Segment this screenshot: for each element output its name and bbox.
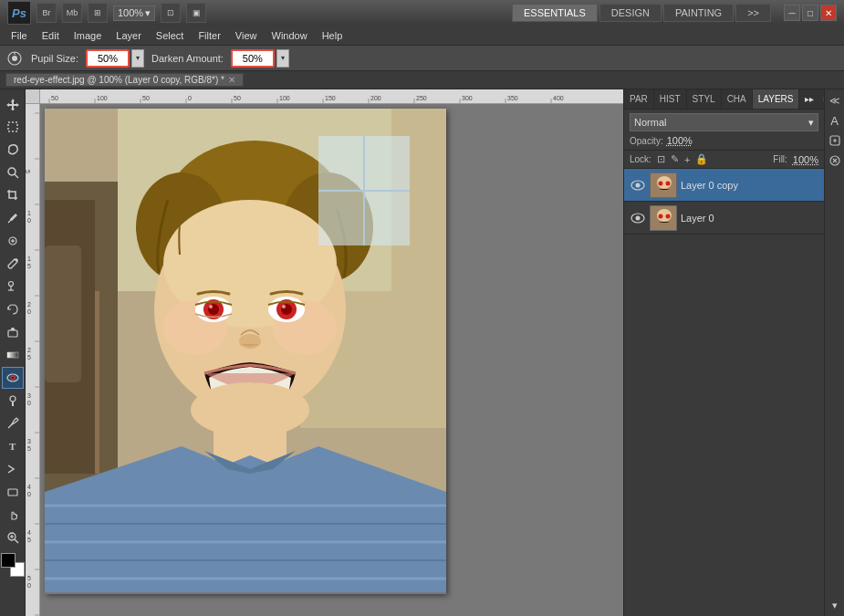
color-swatches[interactable]	[1, 553, 25, 577]
dodge-tool[interactable]	[2, 390, 24, 412]
layer-1-name: Layer 0	[681, 213, 818, 224]
eyedropper-tool[interactable]	[2, 207, 24, 229]
lock-all-icon[interactable]: 🔒	[695, 153, 708, 165]
screen-icon[interactable]: ▣	[186, 3, 206, 23]
fill-label: Fill:	[773, 154, 787, 164]
red-eye-tool-icon	[5, 49, 24, 68]
arrange-icon[interactable]: ⊞	[88, 3, 108, 23]
menu-window[interactable]: Window	[265, 28, 315, 43]
svg-text:1: 1	[27, 210, 31, 216]
view-icon[interactable]: ⊡	[161, 3, 181, 23]
bridge-icon[interactable]: Br	[36, 3, 57, 23]
tab-design[interactable]: DESIGN	[599, 4, 662, 22]
canvas-content	[40, 104, 623, 616]
marquee-tool[interactable]	[2, 116, 24, 138]
panel-icon-3[interactable]	[826, 151, 844, 170]
path-select-tool[interactable]	[2, 458, 24, 480]
svg-text:2: 2	[27, 347, 31, 353]
zoom-selector[interactable]: 100% ▾	[113, 5, 155, 21]
svg-text:250: 250	[416, 95, 427, 101]
tab-more[interactable]: >>	[735, 4, 771, 22]
svg-text:50: 50	[142, 95, 150, 101]
titlebar: Ps Br Mb ⊞ 100% ▾ ⊡ ▣ ESSENTIALS DESIGN …	[0, 0, 844, 26]
blend-mode-select[interactable]: Normal ▾	[630, 113, 818, 131]
svg-text:0: 0	[27, 217, 31, 224]
zoom-tool[interactable]	[2, 527, 24, 548]
menu-layer[interactable]: Layer	[109, 28, 149, 43]
close-button[interactable]: ✕	[820, 5, 837, 21]
menu-help[interactable]: Help	[315, 28, 350, 43]
menu-file[interactable]: File	[4, 28, 35, 43]
hand-tool[interactable]	[2, 504, 24, 526]
brush-tool[interactable]	[2, 253, 24, 275]
quick-select-tool[interactable]	[2, 162, 24, 183]
svg-rect-11	[8, 330, 17, 337]
layer-0-thumbnail	[650, 172, 677, 198]
type-tool[interactable]: T	[2, 435, 24, 457]
svg-text:0: 0	[188, 95, 192, 101]
tab-styl[interactable]: STYL	[687, 89, 722, 109]
svg-text:5: 5	[26, 170, 31, 173]
panel-collapse-btn[interactable]: ≪	[826, 91, 844, 110]
opacity-value[interactable]: 100%	[667, 135, 693, 146]
darken-amount-arrow[interactable]: ▾	[276, 49, 289, 68]
svg-point-15	[12, 377, 14, 379]
menu-filter[interactable]: Filter	[191, 28, 227, 43]
menu-view[interactable]: View	[228, 28, 265, 43]
eraser-tool[interactable]	[2, 321, 24, 343]
gradient-tool[interactable]	[2, 344, 24, 366]
maximize-button[interactable]: □	[802, 5, 818, 21]
history-brush-tool[interactable]	[2, 298, 24, 320]
tab-cha[interactable]: CHA	[722, 89, 753, 109]
layer-1-visibility[interactable]	[630, 210, 646, 226]
svg-text:0: 0	[27, 491, 31, 497]
shape-tool[interactable]	[2, 481, 24, 503]
menu-edit[interactable]: Edit	[35, 28, 67, 43]
tab-par[interactable]: PAR	[624, 89, 654, 109]
doc-tab-item[interactable]: red-eye-effect.jpg @ 100% (Layer 0 copy,…	[5, 73, 244, 87]
mini-bridge-icon[interactable]: Mb	[62, 3, 82, 23]
svg-line-21	[15, 539, 18, 543]
panel-tab-more[interactable]: ▸▸	[799, 89, 819, 109]
svg-point-104	[239, 334, 261, 349]
zoom-arrow: ▾	[145, 7, 151, 19]
panel-scroll-down[interactable]: ▾	[826, 596, 844, 614]
move-tool[interactable]	[2, 93, 24, 115]
lasso-tool[interactable]	[2, 139, 24, 161]
crop-tool[interactable]	[2, 184, 24, 206]
pupil-size-arrow[interactable]: ▾	[131, 49, 144, 68]
red-eye-tool[interactable]	[2, 367, 24, 389]
doc-tab-close[interactable]: ✕	[228, 75, 235, 85]
svg-point-123	[659, 214, 663, 218]
darken-amount-input[interactable]	[231, 49, 275, 68]
pupil-size-group: ▾	[86, 49, 144, 68]
svg-text:5: 5	[27, 445, 31, 452]
tab-essentials[interactable]: ESSENTIALS	[512, 4, 598, 22]
pen-tool[interactable]	[2, 412, 24, 434]
tab-hist[interactable]: HIST	[654, 89, 687, 109]
menu-select[interactable]: Select	[149, 28, 192, 43]
tab-layers[interactable]: LAYERS	[753, 89, 800, 109]
foreground-color[interactable]	[1, 553, 16, 568]
layer-item-1[interactable]: Layer 0	[624, 202, 824, 235]
layer-item-0[interactable]: Layer 0 copy	[624, 169, 824, 202]
spot-heal-tool[interactable]	[2, 230, 24, 252]
tab-painting[interactable]: PAINTING	[663, 4, 734, 22]
lock-transparent-icon[interactable]: ⊡	[657, 153, 665, 165]
svg-rect-3	[8, 122, 17, 131]
minimize-button[interactable]: ─	[784, 5, 800, 21]
clone-tool[interactable]	[2, 276, 24, 298]
svg-text:1: 1	[27, 256, 31, 262]
menu-image[interactable]: Image	[67, 28, 109, 43]
svg-point-118	[666, 181, 671, 185]
panel-icon-1[interactable]: A	[826, 111, 844, 130]
panel-icon-2[interactable]	[826, 131, 844, 150]
fill-value[interactable]: 100%	[793, 154, 818, 165]
svg-text:5: 5	[27, 263, 31, 269]
layer-0-visibility[interactable]	[630, 177, 646, 193]
lock-image-icon[interactable]: ✎	[671, 153, 679, 165]
svg-point-124	[666, 214, 671, 218]
options-bar: Pupil Size: ▾ Darken Amount: ▾	[0, 46, 844, 71]
pupil-size-input[interactable]	[86, 49, 130, 68]
lock-position-icon[interactable]: +	[684, 154, 690, 165]
